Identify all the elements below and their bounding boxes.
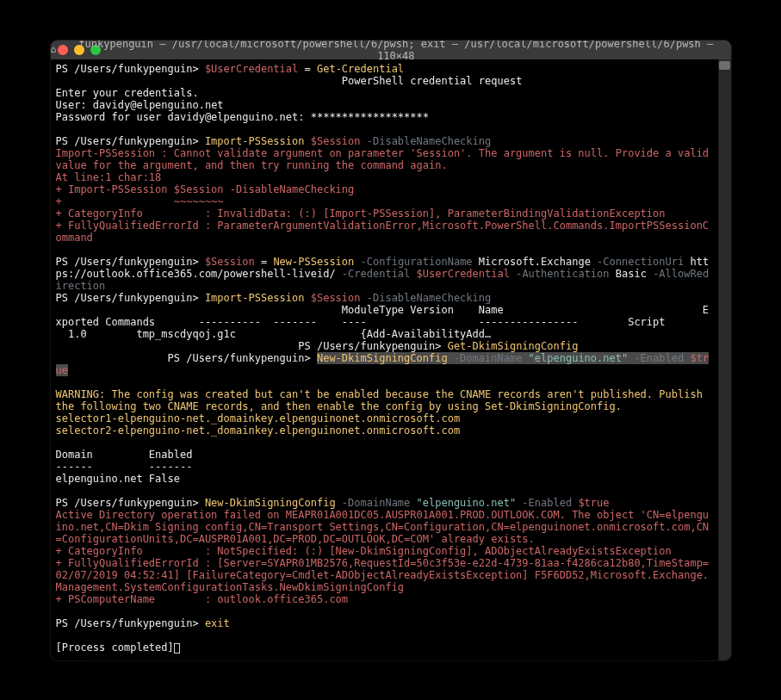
- terminal-output[interactable]: PS /Users/funkypenguin> $UserCredential …: [51, 59, 718, 660]
- prompt: PS /Users/funkypenguin>: [56, 617, 205, 629]
- flag: -Authentication: [516, 268, 609, 280]
- flag: -ConnectionUri: [597, 256, 684, 268]
- scrollbar[interactable]: [718, 59, 731, 660]
- pass-label: Password for user davidy@elpenguino.net:: [56, 111, 311, 123]
- warning-line: WARNING: The config was created but can'…: [56, 388, 710, 412]
- error-line: At line:1 char:18: [56, 171, 162, 183]
- cmdlet: Import-PSSession: [205, 292, 305, 304]
- variable: $UserCredential: [417, 268, 510, 280]
- flag: -DomainName: [448, 352, 529, 364]
- cmdlet: exit: [205, 617, 230, 629]
- flag: -DisableNameChecking: [367, 135, 492, 147]
- variable: $UserCredential: [205, 63, 298, 75]
- flag: -DomainName: [336, 497, 417, 509]
- scrollbar-thumb[interactable]: [719, 61, 730, 70]
- prompt: PS /Users/funkypenguin>: [56, 292, 205, 304]
- error-line: + FullyQualifiedErrorId : [Server=SYAPR0…: [56, 557, 710, 593]
- user-label: User:: [56, 99, 93, 111]
- error-line: Active Directory operation failed on MEA…: [56, 509, 710, 545]
- arg: Microsoft.Exchange: [479, 256, 591, 268]
- flag: -Enabled: [628, 352, 690, 364]
- spacer: [56, 75, 342, 87]
- result-header-underline: ------ -------: [56, 461, 193, 473]
- cmdlet: Import-PSSession: [205, 135, 305, 147]
- cmdlet-highlighted: New-DkimSigningConfig: [317, 352, 448, 364]
- cmdlet: New-DkimSigningConfig: [205, 497, 336, 509]
- cursor: [174, 643, 180, 654]
- flag: -ConfigurationName: [361, 256, 473, 268]
- prompt: PS /Users/funkypenguin>: [56, 497, 205, 509]
- cmdlet: New-PSSession: [273, 256, 354, 268]
- arg: Basic: [616, 268, 647, 280]
- prompt: PS /Users/funkypenguin>: [56, 63, 205, 75]
- error-line: + FullyQualifiedErrorId : ParameterArgum…: [56, 220, 710, 244]
- pass-val: *******************: [311, 111, 429, 123]
- flag: -Credential: [342, 268, 410, 280]
- error-line: + ~~~~~~~~: [56, 195, 224, 208]
- terminal-window: ⌂ funkypenguin — /usr/local/microsoft/po…: [51, 40, 731, 660]
- titlebar: ⌂ funkypenguin — /usr/local/microsoft/po…: [51, 40, 731, 59]
- result-header: Domain Enabled: [56, 449, 193, 461]
- error-line: + Import-PSSession $Session -DisableName…: [56, 183, 355, 195]
- operator: =: [255, 256, 274, 268]
- prompt: PS /Users/funkypenguin>: [56, 256, 205, 268]
- error-line: Import-PSSession : Cannot validate argum…: [56, 147, 716, 171]
- variable: $Session: [205, 256, 255, 268]
- prompt: PS /Users/funkypenguin>: [56, 340, 448, 352]
- string: "elpenguino.net": [529, 352, 629, 364]
- variable: $Session: [311, 135, 361, 147]
- home-icon: ⌂: [51, 44, 57, 55]
- s: [304, 292, 310, 304]
- prompt: PS /Users/funkypenguin>: [56, 352, 317, 364]
- cmdlet: Get-DkimSigningConfig: [448, 340, 579, 352]
- flag: -Enabled: [516, 497, 578, 509]
- content-wrap: PS /Users/funkypenguin> $UserCredential …: [51, 59, 731, 660]
- warning-line: selector1-elpenguino-net._domainkey.elpe…: [56, 412, 461, 424]
- enter-creds: Enter your credentials.: [56, 87, 199, 99]
- s: [304, 135, 310, 147]
- error-line: + PSComputerName : outlook.office365.com: [56, 593, 349, 605]
- flag: -DisableNameChecking: [367, 292, 492, 304]
- error-line: + CategoryInfo : InvalidData: (:) [Impor…: [56, 208, 666, 220]
- module-table-header: ModuleType Version Name Exported Command…: [56, 304, 710, 328]
- warning-line: selector2-elpenguino-net._domainkey.elpe…: [56, 424, 461, 437]
- cred-request-header: PowerShell credential request: [342, 75, 523, 87]
- operator: =: [298, 63, 317, 75]
- cmdlet: Get-Credential: [317, 63, 404, 75]
- variable: $Session: [311, 292, 361, 304]
- prompt: PS /Users/funkypenguin>: [56, 135, 205, 147]
- result-row: elpenguino.net False: [56, 473, 181, 485]
- string: "elpenguino.net": [417, 497, 517, 509]
- user-val: davidy@elpenguino.net: [93, 99, 224, 111]
- bool: $true: [578, 497, 609, 509]
- process-completed: [Process completed]: [56, 641, 174, 654]
- module-table-row: 1.0 tmp_mscdyqoj.g1c {Add-AvailabilityAd…: [56, 328, 492, 340]
- error-line: + CategoryInfo : NotSpecified: (:) [New-…: [56, 545, 672, 557]
